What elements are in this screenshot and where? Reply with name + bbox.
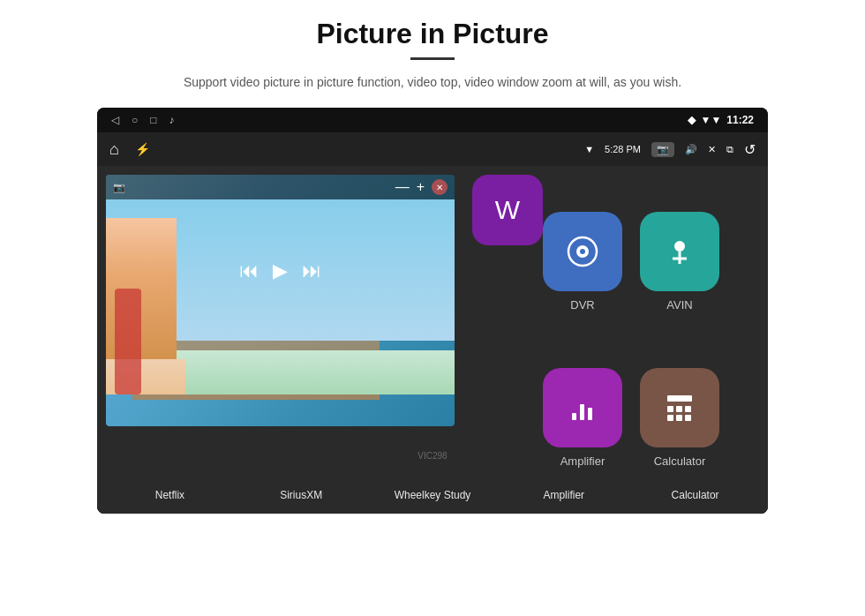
svg-point-3	[674, 241, 685, 252]
usb-icon: ⚡	[135, 142, 150, 156]
dvr-icon	[543, 212, 622, 291]
status-bar: ◁ ○ □ ♪ ◆ ▼▼ 11:22	[97, 108, 768, 132]
siriusxm-bottom-label: SiriusXM	[280, 489, 322, 501]
calculator-bottom-label: Calculator	[672, 489, 719, 501]
main-content: N S W	[97, 166, 768, 514]
svg-rect-8	[588, 408, 592, 420]
amplifier-bottom-label: Amplifier	[543, 489, 584, 501]
camera-btn[interactable]: 📷	[651, 142, 674, 157]
svg-rect-12	[685, 406, 691, 412]
pip-overlay[interactable]: 📷 — + ✕ ⏮ ▶ ⏭	[106, 175, 455, 426]
back-btn[interactable]: ↺	[744, 141, 756, 158]
pip-camera-icon: 📷	[113, 182, 125, 193]
svg-rect-15	[685, 415, 691, 421]
svg-rect-7	[580, 404, 584, 420]
pip-zoom-plus[interactable]: +	[417, 179, 425, 195]
pip-center-controls: ⏮ ▶ ⏭	[239, 259, 321, 282]
wifi-signal-icon: ▼▼	[701, 114, 722, 126]
red-overlay	[115, 289, 141, 394]
amplifier-label: Amplifier	[560, 454, 606, 468]
svg-point-2	[580, 249, 585, 254]
app-avin[interactable]: AVIN	[640, 212, 719, 312]
pip-close-icon[interactable]: ✕	[432, 179, 448, 195]
svg-rect-13	[667, 415, 673, 421]
right-icons-row-2: Amplifier	[543, 368, 719, 468]
toolbar-time: 5:28 PM	[605, 144, 641, 154]
calculator-icon	[640, 368, 719, 447]
pip-controls-bar: 📷 — + ✕	[106, 175, 455, 199]
right-panel: DVR AVIN	[494, 166, 768, 514]
toolbar: ⌂ ⚡ ▼ 5:28 PM 📷 🔊 ✕ ⧉ ↺	[97, 132, 768, 166]
pip-btn[interactable]: ⧉	[726, 144, 733, 155]
app-bottom-wheelkey[interactable]: Wheelkey Study	[369, 489, 497, 501]
app-bottom-amplifier[interactable]: Amplifier	[500, 489, 628, 501]
svg-rect-10	[667, 406, 673, 412]
app-amplifier[interactable]: Amplifier	[543, 368, 622, 468]
apps-row-bottom: Netflix SiriusXM Wheelkey Study Amplifie…	[97, 480, 768, 514]
wifi-icon: ▼	[584, 144, 594, 154]
tablet-frame: ◁ ○ □ ♪ ◆ ▼▼ 11:22 ⌂ ⚡ ▼ 5:28 PM 📷 🔊	[97, 108, 768, 514]
app-bottom-netflix[interactable]: Netflix	[106, 489, 234, 501]
svg-rect-11	[676, 406, 682, 412]
home-nav-icon[interactable]: ○	[132, 114, 138, 126]
app-bottom-calculator[interactable]: Calculator	[631, 489, 759, 501]
people-graphic	[106, 218, 455, 394]
pip-play-btn[interactable]: ▶	[273, 259, 288, 282]
svg-rect-14	[676, 415, 682, 421]
svg-rect-6	[572, 413, 576, 420]
page-subtitle: Support video picture in picture functio…	[184, 72, 681, 92]
amplifier-icon	[543, 368, 622, 447]
back-nav-icon[interactable]: ◁	[111, 114, 119, 126]
music-status-icon: ♪	[169, 114, 175, 126]
wheelkey-bottom-label: Wheelkey Study	[395, 489, 471, 501]
pip-video-bg: 📷 — + ✕ ⏮ ▶ ⏭	[106, 175, 455, 426]
home-icon[interactable]: ⌂	[109, 140, 119, 159]
avin-icon	[640, 212, 719, 291]
pip-forward-btn[interactable]: ⏭	[302, 259, 321, 282]
status-bar-left: ◁ ○ □ ♪	[111, 114, 175, 126]
netflix-bottom-label: Netflix	[155, 489, 184, 501]
svg-rect-9	[667, 395, 692, 402]
page-title: Picture in Picture	[316, 18, 548, 50]
location-icon: ◆	[688, 114, 696, 126]
title-divider	[410, 57, 455, 60]
watermark: VIC298	[417, 451, 447, 461]
volume-icon[interactable]: 🔊	[685, 144, 697, 155]
page-wrapper: Picture in Picture Support video picture…	[0, 0, 865, 616]
pip-rewind-btn[interactable]: ⏮	[239, 259, 259, 282]
calculator-label: Calculator	[654, 454, 706, 468]
recents-nav-icon[interactable]: □	[150, 114, 156, 126]
dvr-label: DVR	[570, 298, 594, 312]
right-icons-row-1: DVR AVIN	[543, 212, 719, 312]
status-time: 11:22	[726, 114, 754, 126]
close-btn[interactable]: ✕	[708, 144, 716, 155]
avin-label: AVIN	[666, 298, 692, 312]
status-bar-right: ◆ ▼▼ 11:22	[688, 114, 754, 126]
pip-zoom-minus[interactable]: —	[395, 179, 410, 195]
app-bottom-siriusxm[interactable]: SiriusXM	[237, 489, 365, 501]
toolbar-right: ▼ 5:28 PM 📷 🔊 ✕ ⧉ ↺	[584, 141, 756, 158]
app-dvr[interactable]: DVR	[543, 212, 622, 312]
app-calculator[interactable]: Calculator	[640, 368, 719, 468]
toolbar-left: ⌂ ⚡	[109, 140, 150, 159]
